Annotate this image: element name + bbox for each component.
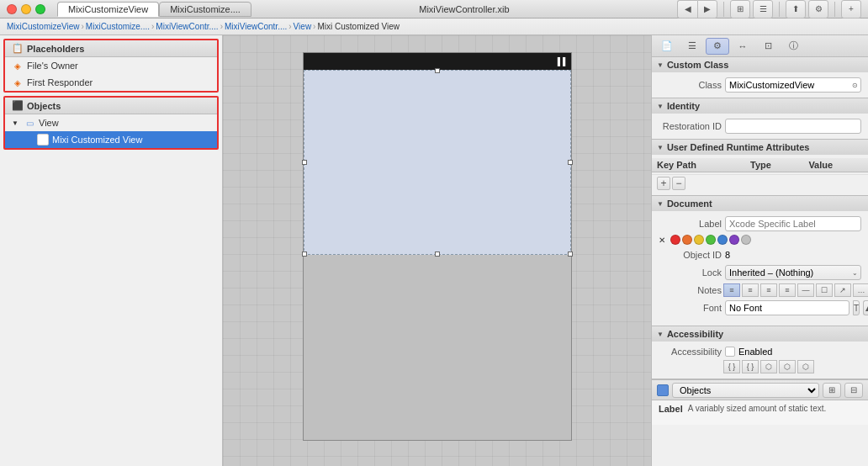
user-defined-section: ▼ User Defined Runtime Attributes Key Pa… — [652, 140, 868, 196]
bottom-grid-btn-2[interactable]: ⊟ — [844, 383, 863, 398]
class-input[interactable] — [725, 77, 861, 93]
breadcrumb-customize-2[interactable]: MixiCustomize.... — [86, 22, 150, 31]
color-x-icon[interactable]: ✕ — [659, 236, 665, 245]
right-tb-icon-btn[interactable]: ⓘ — [781, 38, 805, 55]
label-desc: A variably sized amount of static text. — [688, 404, 827, 421]
font-row: Font T ▲ ▼ — [652, 299, 868, 317]
view-toggle-1[interactable]: ⊞ — [730, 0, 750, 19]
notes-align-center-btn[interactable]: ≡ — [742, 283, 759, 297]
identity-content: Restoration ID — [652, 114, 868, 139]
notes-align-right-btn[interactable]: ≡ — [760, 283, 777, 297]
notes-align-left-btn[interactable]: ≡ — [723, 283, 740, 297]
close-button[interactable] — [7, 4, 17, 14]
identity-header[interactable]: ▼ Identity — [652, 98, 868, 114]
acc-icon-3[interactable]: ⬡ — [760, 360, 777, 373]
identity-arrow: ▼ — [657, 103, 664, 110]
window-title: MixiViewController.xib — [257, 4, 672, 14]
label-row: Label — [652, 214, 868, 233]
device-frame: ▐▐ — [303, 52, 572, 441]
view-disclosure-icon[interactable]: ▼ — [12, 119, 20, 127]
title-bar: MixiCustomizeView MixiCustomize.... Mixi… — [0, 0, 868, 19]
breadcrumb-viewcontr-1[interactable]: MixiViewContr.... — [156, 22, 218, 31]
notes-align-justify-btn[interactable]: ≡ — [779, 283, 796, 297]
restoration-id-input[interactable] — [725, 119, 861, 134]
first-responder-item[interactable]: ◈ First Responder — [5, 74, 217, 91]
identity-section: ▼ Identity Restoration ID — [652, 98, 868, 140]
accessibility-enabled-checkbox[interactable] — [725, 347, 735, 357]
accessibility-header[interactable]: ▼ Accessibility — [652, 326, 868, 342]
view-toggle-2[interactable]: ☰ — [753, 0, 773, 19]
acc-icon-2[interactable]: { } — [742, 360, 759, 373]
resize-handle-top-middle[interactable] — [435, 68, 440, 73]
bottom-objects-select[interactable]: Objects — [672, 383, 819, 398]
files-owner-item[interactable]: ◈ File's Owner — [5, 57, 217, 74]
user-defined-content: Key Path Type Value + — [652, 155, 868, 195]
remove-attr-button[interactable]: − — [672, 177, 685, 190]
color-dot-orange[interactable] — [682, 235, 692, 245]
color-dot-purple[interactable] — [729, 235, 739, 245]
acc-icon-5[interactable]: ⬡ — [797, 360, 814, 373]
color-dot-green[interactable] — [706, 235, 716, 245]
color-dot-gray[interactable] — [741, 235, 751, 245]
notes-link-btn[interactable]: ↗ — [834, 283, 851, 297]
notes-checkbox-btn[interactable]: ☐ — [816, 283, 833, 297]
acc-icon-1[interactable]: { } — [723, 360, 740, 373]
lock-select[interactable]: Inherited – (Nothing) — [725, 265, 861, 280]
breadcrumb-current: Mixi Customized View — [317, 22, 400, 31]
forward-button[interactable]: ▶ — [697, 0, 717, 19]
color-dot-yellow[interactable] — [694, 235, 704, 245]
nav-controls[interactable]: ◀ ▶ — [677, 0, 717, 19]
device-top-view[interactable] — [304, 70, 571, 255]
tab-mixi-customize-view[interactable]: MixiCustomizeView — [57, 2, 159, 17]
breadcrumb-view[interactable]: View — [294, 22, 312, 31]
share-button[interactable]: ⬆ — [786, 0, 806, 19]
class-select-wrapper: ⊙ — [725, 77, 861, 93]
add-attr-button[interactable]: + — [657, 177, 670, 190]
label-key: Label — [659, 404, 683, 421]
resize-handle-bottom-right[interactable] — [568, 252, 573, 257]
window-controls[interactable] — [7, 4, 45, 14]
resize-handle-bottom-middle[interactable] — [435, 252, 440, 257]
resize-handle-middle-left[interactable] — [302, 160, 307, 165]
bottom-grid-btn-1[interactable]: ⊞ — [823, 383, 841, 398]
font-stepper-up[interactable]: ▲ — [863, 300, 868, 315]
action-button[interactable]: ⚙ — [808, 0, 828, 19]
objects-icon: ⬛ — [12, 100, 24, 111]
view-item[interactable]: ▼ ▭ View — [5, 114, 217, 131]
left-panel: 📋 Placeholders ◈ File's Owner ◈ First Re… — [0, 35, 223, 466]
custom-class-header[interactable]: ▼ Custom Class — [652, 57, 868, 72]
maximize-button[interactable] — [35, 4, 45, 14]
font-T-button[interactable]: T — [853, 300, 860, 315]
files-owner-label: File's Owner — [27, 61, 78, 71]
object-id-label: Object ID — [659, 250, 722, 260]
document-header[interactable]: ▼ Document — [652, 196, 868, 211]
breadcrumb-customize-view[interactable]: MixiCustomizeView — [7, 22, 80, 31]
font-input[interactable] — [725, 300, 849, 315]
right-tb-connect-btn[interactable]: ↔ — [731, 38, 754, 55]
color-dot-blue[interactable] — [717, 235, 728, 245]
right-tb-size-btn[interactable]: ⊡ — [756, 38, 780, 55]
right-tb-file-btn[interactable]: 📄 — [655, 38, 679, 55]
customized-view-item[interactable]: □ Mixi Customized View — [5, 131, 217, 148]
color-dot-red[interactable] — [670, 235, 680, 245]
back-button[interactable]: ◀ — [677, 0, 697, 19]
breadcrumb-viewcontr-2[interactable]: MixiViewContr.... — [225, 22, 287, 31]
placeholders-icon: 📋 — [12, 43, 24, 54]
accessibility-arrow: ▼ — [657, 331, 664, 338]
right-panel: 📄 ☰ ⚙ ↔ ⊡ ⓘ ▼ Custom Class Class ⊙ — [651, 35, 868, 466]
right-tb-attr-btn[interactable]: ⚙ — [706, 38, 729, 55]
tab-mixi-customize-2[interactable]: MixiCustomize.... — [159, 2, 251, 17]
user-defined-arrow: ▼ — [657, 144, 664, 151]
label-input[interactable] — [725, 216, 861, 231]
notes-dash-btn[interactable]: — — [797, 283, 814, 297]
acc-icon-4[interactable]: ⬡ — [779, 360, 796, 373]
minimize-button[interactable] — [21, 4, 31, 14]
toolbar-separator-3 — [834, 2, 835, 17]
custom-class-title: Custom Class — [667, 60, 728, 70]
right-tb-list-btn[interactable]: ☰ — [680, 38, 704, 55]
resize-handle-middle-right[interactable] — [568, 160, 573, 165]
add-button[interactable]: + — [841, 0, 861, 19]
notes-more-btn[interactable]: … — [853, 283, 868, 297]
resize-handle-bottom-left[interactable] — [302, 252, 307, 257]
user-defined-header[interactable]: ▼ User Defined Runtime Attributes — [652, 140, 868, 155]
